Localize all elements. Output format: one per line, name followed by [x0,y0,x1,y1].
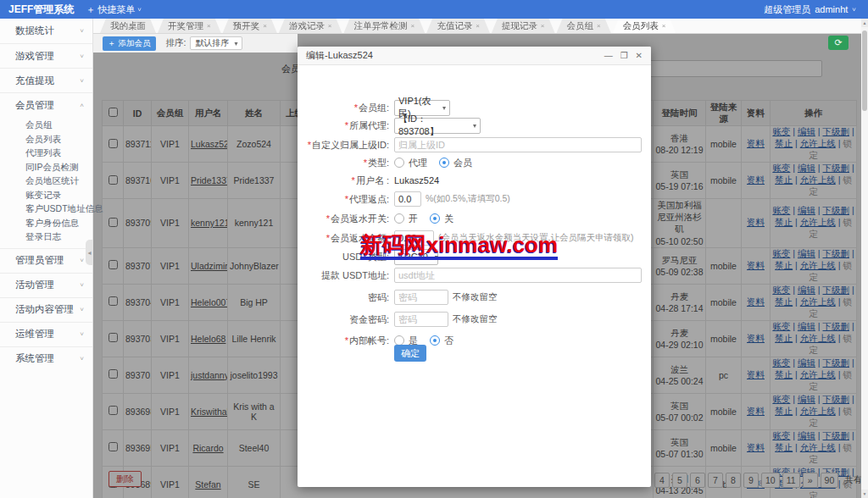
scrollbar-thumb[interactable] [862,30,867,111]
tab-close-icon[interactable]: × [662,22,666,30]
sidebar-collapse-handle[interactable]: ◂ [86,240,93,265]
close-icon[interactable]: ✕ [636,51,643,60]
type-member-radio[interactable] [439,158,449,168]
chevron-down-icon: ˅ [80,53,84,60]
tab-bar: 我的桌面开奖管理×预开奖×游戏记录×注单异常检测×充值记录×提现记录×会员组×会… [93,19,868,34]
tab-close-icon[interactable]: × [263,22,267,30]
sidebar-group-运维管理[interactable]: 运维管理˅ [0,322,92,346]
sidebar-item-客户USDT地址信息[interactable]: 客户USDT地址信息 [0,202,92,217]
user-menu[interactable]: 超级管理员 adminht ˅ [764,3,868,16]
sidebar-group-活动内容管理[interactable]: 活动内容管理˅ [0,297,92,322]
rebate-input[interactable] [394,191,421,207]
tab-label: 游戏记录 [289,20,325,32]
tab-我的桌面[interactable]: 我的桌面 [100,19,156,33]
usdt-address-input[interactable] [394,268,642,283]
sidebar-item-会员组[interactable]: 会员组 [0,119,92,133]
tab-close-icon[interactable]: × [328,22,332,30]
rakeback-on-radio[interactable] [394,213,404,224]
sidebar-group-活动管理[interactable]: 活动管理˅ [0,273,92,297]
tab-label: 充值记录 [437,20,472,32]
sort-select[interactable]: 默认排序 ▾ [190,36,242,50]
caret-down-icon: ▾ [234,40,237,47]
chevron-up-icon: ˄ [80,102,84,109]
add-member-button[interactable]: ＋ 添加会员 [103,36,156,51]
sidebar: 数据统计˅游戏管理˅充值提现˅会员管理˄会员组会员列表代理列表同IP会员检测会员… [0,19,93,498]
rebate-hint: %(如0.5%,请填写0.5) [426,193,510,205]
tab-close-icon[interactable]: × [207,22,211,30]
sidebar-group-label: 会员管理 [15,99,54,112]
tab-close-icon[interactable]: × [476,22,480,30]
scroll-down-icon[interactable]: ▼ [861,490,868,498]
tab-提现记录[interactable]: 提现记录× [492,19,555,33]
fund-password-input[interactable] [394,312,448,327]
sidebar-group-label: 系统管理 [15,352,54,365]
sidebar-item-账变记录[interactable]: 账变记录 [0,189,92,203]
sidebar-group-label: 充值提现 [15,75,54,87]
scrollbar[interactable]: ▲ ▼ [861,19,868,498]
internal-account-label: *内部帐号: [298,335,389,347]
chevron-down-icon: ˅ [80,77,84,85]
usdt-address-label: 提款 USDT地址: [298,269,389,282]
edit-member-dialog: 编辑-Lukasz524 — ❐ ✕ *会员组: VIP1(农民) ▾ *所属代… [298,47,651,487]
password-hint: 不修改留空 [453,291,498,303]
type-agent-radio[interactable] [394,158,404,168]
sidebar-group-系统管理[interactable]: 系统管理˅ [0,346,92,371]
tab-会员列表[interactable]: 会员列表× [613,19,676,33]
rakeback-on-label: 开 [409,213,418,225]
tab-开奖管理[interactable]: 开奖管理× [158,19,221,33]
username-label: *用户名 : [298,174,389,187]
chevron-down-icon: ˅ [137,6,142,14]
parent-id-label: *自定义归属上级ID: [298,139,389,152]
sidebar-group-数据统计[interactable]: 数据统计˅ [0,19,92,43]
tab-label: 提现记录 [502,20,537,32]
password-label: 密码: [298,291,389,304]
sidebar-item-会员地区统计[interactable]: 会员地区统计 [0,174,92,189]
toolbar: ＋ 添加会员 排序: 默认排序 ▾ [93,34,298,53]
tab-注单异常检测[interactable]: 注单异常检测× [344,19,426,33]
agent-select[interactable]: 【ID：893708】 ▾ [394,118,481,134]
plus-icon: ＋ [86,3,95,16]
chevron-down-icon: ˅ [80,355,84,362]
tab-label: 注单异常检测 [354,20,408,32]
sidebar-group-label: 游戏管理 [15,50,54,63]
internal-no-radio[interactable] [430,335,440,346]
tab-充值记录[interactable]: 充值记录× [426,19,490,33]
tab-close-icon[interactable]: × [541,22,545,30]
parent-id-input[interactable] [394,137,642,152]
quick-menu-button[interactable]: ＋ 快捷菜单 ˅ [86,3,142,16]
sidebar-group-充值提现[interactable]: 充值提现˅ [0,68,92,92]
refresh-button[interactable]: ⟳ [828,36,849,50]
sidebar-item-代理列表[interactable]: 代理列表 [0,147,92,161]
tab-会员组[interactable]: 会员组× [557,19,611,33]
dialog-title: 编辑-Lukasz524 [306,49,373,62]
confirm-button[interactable]: 确定 [394,345,426,362]
sidebar-group-游戏管理[interactable]: 游戏管理˅ [0,43,92,68]
tab-预开奖[interactable]: 预开奖× [223,19,277,33]
sidebar-group-管理员管理[interactable]: 管理员管理˅ [0,248,92,273]
top-header-bar: JEFF管理系统 ＋ 快捷菜单 ˅ 超级管理员 adminht ˅ [0,0,868,19]
type-member-label: 会员 [453,157,472,169]
rakeback-off-label: 关 [444,213,453,225]
sidebar-group-label: 管理员管理 [15,254,64,267]
chevron-down-icon: ˅ [80,330,84,338]
tab-close-icon[interactable]: × [597,22,601,30]
tab-label: 预开奖 [233,20,260,32]
minimize-icon[interactable]: — [604,51,613,60]
tab-游戏记录[interactable]: 游戏记录× [279,19,342,33]
tab-label: 开奖管理 [168,20,203,32]
sidebar-item-客户身份信息[interactable]: 客户身份信息 [0,217,92,231]
sidebar-item-登录日志[interactable]: 登录日志 [0,230,92,245]
site-watermark: 新码网xinmaw.com [360,234,558,260]
fund-password-hint: 不修改留空 [453,313,498,325]
sidebar-group-会员管理[interactable]: 会员管理˄ [0,92,92,117]
rakeback-off-radio[interactable] [430,213,440,224]
scroll-up-icon[interactable]: ▲ [861,19,868,27]
password-input[interactable] [394,290,448,305]
maximize-icon[interactable]: ❐ [620,51,628,60]
type-agent-label: 代理 [409,157,427,169]
sidebar-group-label: 运维管理 [15,328,54,340]
sidebar-item-同IP会员检测[interactable]: 同IP会员检测 [0,161,92,175]
tab-close-icon[interactable]: × [411,22,415,30]
dialog-titlebar: 编辑-Lukasz524 — ❐ ✕ [298,47,651,65]
sidebar-item-会员列表[interactable]: 会员列表 [0,133,92,147]
